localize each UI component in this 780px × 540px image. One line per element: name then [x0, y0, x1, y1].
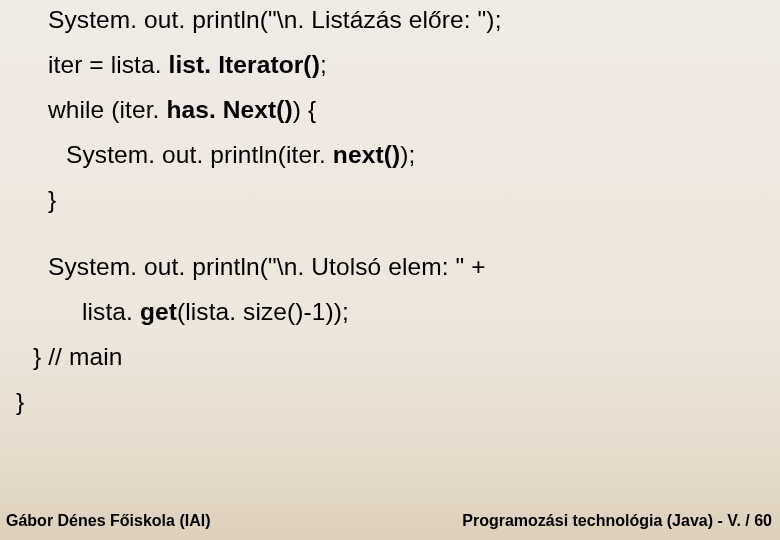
- code-line: }: [0, 390, 780, 415]
- code-text: System. out. println(iter.: [66, 141, 333, 168]
- code-text: );: [400, 141, 415, 168]
- code-text: System. out. println("\n. Listázás előre…: [48, 6, 502, 33]
- code-text: iter = lista.: [48, 51, 169, 78]
- code-text: }: [48, 186, 56, 213]
- code-text: System. out. println("\n. Utolsó elem: "…: [48, 253, 486, 280]
- code-bold: has. Next(): [166, 96, 292, 123]
- code-block: System. out. println("\n. Listázás előre…: [0, 8, 780, 435]
- code-bold: next(): [333, 141, 400, 168]
- code-text: } // main: [33, 343, 122, 370]
- code-line: System. out. println("\n. Listázás előre…: [0, 8, 780, 33]
- code-bold: list. Iterator(): [169, 51, 320, 78]
- code-line: lista. get(lista. size()-1));: [0, 300, 780, 325]
- slide: System. out. println("\n. Listázás előre…: [0, 0, 780, 540]
- code-text: while (iter.: [48, 96, 166, 123]
- code-line: iter = lista. list. Iterator();: [0, 53, 780, 78]
- blank-line: [0, 233, 780, 255]
- code-text: lista.: [82, 298, 140, 325]
- footer-right: Programozási technológia (Java) - V. / 6…: [462, 512, 772, 530]
- code-text: ) {: [293, 96, 316, 123]
- code-line: }: [0, 188, 780, 213]
- footer: Gábor Dénes Főiskola (IAI) Programozási …: [0, 508, 780, 540]
- code-text: }: [16, 388, 24, 415]
- code-line: } // main: [0, 345, 780, 370]
- code-text: ;: [320, 51, 327, 78]
- code-bold: get: [140, 298, 177, 325]
- code-line: System. out. println("\n. Utolsó elem: "…: [0, 255, 780, 280]
- code-line: System. out. println(iter. next());: [0, 143, 780, 168]
- footer-left: Gábor Dénes Főiskola (IAI): [6, 512, 210, 530]
- code-text: (lista. size()-1));: [177, 298, 349, 325]
- code-line: while (iter. has. Next()) {: [0, 98, 780, 123]
